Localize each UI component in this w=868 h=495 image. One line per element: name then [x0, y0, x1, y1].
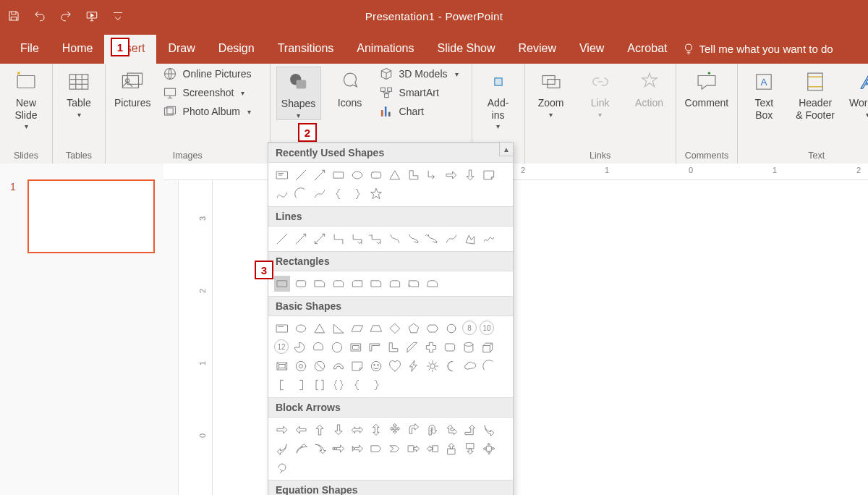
shape-line[interactable]: [274, 231, 290, 247]
shape-oval[interactable]: [293, 321, 309, 337]
shape-cube[interactable]: [480, 339, 495, 355]
shape-teardrop[interactable]: [329, 339, 345, 355]
table-button[interactable]: Table: [59, 67, 99, 119]
shape-bevel[interactable]: [274, 358, 290, 374]
shape-bent-arrow[interactable]: [406, 422, 422, 438]
shape-no-symbol[interactable]: [312, 358, 328, 374]
shape-curve[interactable]: [443, 231, 459, 247]
shape-curved-connector[interactable]: [387, 231, 403, 247]
shape-curved-down-arrow[interactable]: [312, 441, 328, 457]
shape-sun[interactable]: [425, 358, 441, 374]
shape-rounded-rectangle[interactable]: [293, 276, 309, 292]
tab-design[interactable]: Design: [207, 35, 266, 64]
shape-dodecagon[interactable]: 12: [274, 339, 289, 354]
shape-plaque[interactable]: [442, 339, 458, 355]
photo-album-button[interactable]: Photo Album: [163, 104, 264, 119]
shape-double-arrow[interactable]: [312, 231, 328, 247]
shape-diamond[interactable]: [387, 321, 403, 337]
shape-left-up-arrow[interactable]: [443, 422, 459, 438]
shape-line[interactable]: [293, 167, 309, 183]
shape-right-arrow[interactable]: [443, 167, 459, 183]
shape-triangle[interactable]: [387, 167, 403, 183]
tab-acrobat[interactable]: Acrobat: [616, 35, 678, 64]
shape-triangle[interactable]: [312, 321, 328, 337]
shape-line-arrow[interactable]: [312, 167, 328, 183]
shape-down-arrow-callout[interactable]: [462, 441, 478, 457]
shape-diagonal-stripe[interactable]: [404, 339, 420, 355]
shape-text-box[interactable]: [274, 167, 290, 183]
shape-right-arrow[interactable]: [274, 422, 290, 438]
shape-circular-arrow[interactable]: [274, 460, 290, 475]
shape-smiley[interactable]: [368, 358, 384, 374]
pictures-button[interactable]: Pictures: [111, 67, 154, 109]
shape-up-arrow-callout[interactable]: [443, 441, 459, 457]
shape-left-brace[interactable]: [349, 377, 365, 393]
shape-line-arrow[interactable]: [293, 231, 309, 247]
shape-chord[interactable]: [310, 339, 326, 355]
shape-cross[interactable]: [423, 339, 439, 355]
shape-u-turn-arrow[interactable]: [425, 422, 441, 438]
shape-up-down-arrow[interactable]: [368, 422, 384, 438]
shape-elbow-double-arrow-connector[interactable]: [368, 231, 384, 247]
shape-notched-right-arrow[interactable]: [349, 441, 365, 457]
shape-heart[interactable]: [387, 358, 403, 374]
shape-rectangle-selected[interactable]: [274, 276, 290, 292]
shape-up-arrow[interactable]: [312, 422, 328, 438]
shape-pentagon[interactable]: [406, 321, 422, 337]
shape-cloud[interactable]: [462, 358, 478, 374]
online-pictures-button[interactable]: Online Pictures: [163, 67, 264, 81]
shape-freeform-closed[interactable]: [462, 231, 478, 247]
shape-left-bracket[interactable]: [274, 377, 290, 393]
action-button[interactable]: Action: [629, 67, 670, 109]
shape-right-brace[interactable]: [368, 377, 384, 393]
tab-animations[interactable]: Animations: [345, 35, 425, 64]
addins-button[interactable]: Add- ins: [478, 67, 519, 130]
shape-top-corners-snipped[interactable]: [331, 276, 346, 292]
shape-rectangle[interactable]: [331, 167, 346, 183]
shape-rounded-rectangle[interactable]: [368, 167, 384, 183]
shape-hexagon[interactable]: [425, 321, 441, 337]
shape-curved-up-arrow[interactable]: [293, 441, 309, 457]
shape-left-arrow[interactable]: [293, 422, 309, 438]
shape-moon[interactable]: [443, 358, 459, 374]
start-from-beginning-icon[interactable]: [85, 9, 98, 22]
shape-decagon[interactable]: 10: [480, 321, 494, 335]
shape-snip-round-rectangle[interactable]: [425, 276, 441, 292]
shape-curved-right-arrow[interactable]: [481, 422, 497, 438]
shape-arc[interactable]: [293, 186, 309, 202]
shape-double-brace[interactable]: [331, 377, 346, 393]
shape-elbow-arrow-connector[interactable]: [349, 231, 365, 247]
shape-down-arrow[interactable]: [462, 167, 478, 183]
shape-right-brace[interactable]: [349, 186, 365, 202]
qat-customize-icon[interactable]: [111, 9, 124, 22]
shape-donut[interactable]: [293, 358, 309, 374]
tab-view[interactable]: View: [568, 35, 616, 64]
shape-chevron[interactable]: [387, 441, 403, 457]
shape-text-box[interactable]: [274, 321, 290, 337]
shape-pie[interactable]: [292, 339, 307, 355]
shape-folded-corner[interactable]: [349, 358, 365, 374]
shape-curved-left-arrow[interactable]: [274, 441, 290, 457]
tab-draw[interactable]: Draw: [156, 35, 206, 64]
wordart-button[interactable]: A WordArt: [846, 67, 868, 119]
shape-left-brace[interactable]: [331, 186, 346, 202]
shape-folded-corner[interactable]: [481, 167, 497, 183]
undo-icon[interactable]: [33, 9, 46, 22]
shape-quad-arrow[interactable]: [387, 422, 403, 438]
shape-pentagon-arrow[interactable]: [368, 441, 384, 457]
link-button[interactable]: Link: [580, 67, 621, 119]
shape-star[interactable]: [368, 186, 384, 202]
shape-right-arrow-callout[interactable]: [406, 441, 422, 457]
shape-scribble[interactable]: [481, 231, 497, 247]
tell-me-search[interactable]: Tell me what you want to do: [682, 35, 833, 64]
screenshot-button[interactable]: Screenshot: [163, 85, 264, 100]
shape-top-corners-rounded[interactable]: [387, 276, 403, 292]
shape-diagonal-corners-snipped[interactable]: [349, 276, 365, 292]
shape-curved-double-arrow-connector[interactable]: [425, 231, 441, 247]
shape-heptagon[interactable]: [443, 321, 459, 337]
shape-trapezoid[interactable]: [368, 321, 384, 337]
header-footer-button[interactable]: Header & Footer: [793, 67, 838, 121]
shape-octagon[interactable]: 8: [462, 321, 477, 335]
shape-bent-up-arrow[interactable]: [462, 422, 478, 438]
tab-home[interactable]: Home: [51, 35, 105, 64]
